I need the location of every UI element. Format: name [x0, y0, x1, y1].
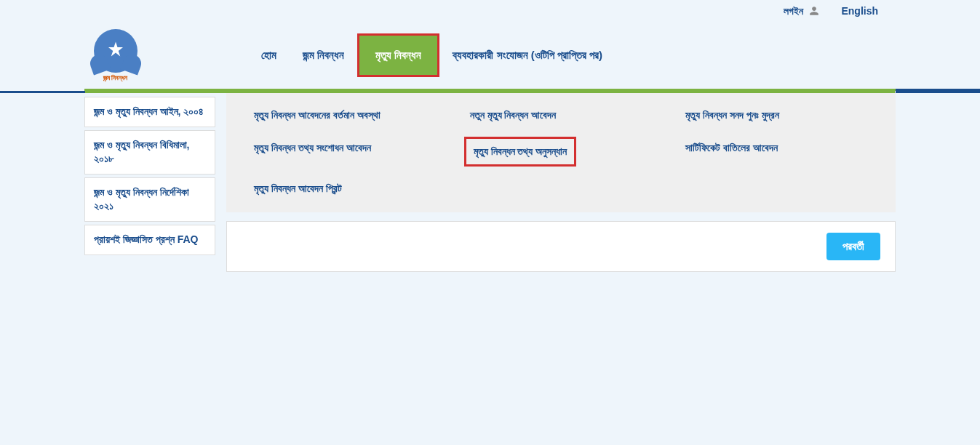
nav-birth[interactable]: জন্ম নিবন্ধন: [290, 40, 357, 71]
nav-death[interactable]: মৃত্যু নিবন্ধন: [357, 33, 439, 77]
dropdown-item-reprint[interactable]: মৃত্যু নিবন্ধন সনদ পুনঃ মুদ্রন: [680, 104, 874, 126]
sidebar-item-faq[interactable]: প্রায়শই জিজ্ঞাসিত প্রশ্ন FAQ: [84, 225, 215, 255]
sidebar-item-rules-2018[interactable]: জন্ম ও মৃত্যু নিবন্ধন বিধিমালা, ২০১৮: [84, 130, 215, 175]
dropdown-item-status[interactable]: মৃত্যু নিবন্ধন আবেদনের বর্তমান অবস্থা: [248, 104, 442, 126]
logo[interactable]: জন্ম নিবন্ধন: [84, 25, 146, 87]
content: মৃত্যু নিবন্ধন আবেদনের বর্তমান অবস্থা নত…: [226, 91, 896, 272]
nav-home[interactable]: হোম: [248, 40, 290, 71]
dropdown-panel: মৃত্যু নিবন্ধন আবেদনের বর্তমান অবস্থা নত…: [226, 91, 896, 212]
login-link[interactable]: লগইন: [784, 5, 819, 17]
next-button[interactable]: পরবর্তী: [826, 233, 880, 260]
dropdown-item-cancel-cert[interactable]: সার্টিফিকেট বাতিলের আবেদন: [680, 137, 874, 166]
dropdown-item-correction[interactable]: মৃত্যু নিবন্ধন তথ্য সংশোধন আবেদন: [248, 137, 442, 166]
main-nav: হোম জন্ম নিবন্ধন মৃত্যু নিবন্ধন ব্যবহারক…: [248, 33, 616, 77]
header: জন্ম নিবন্ধন হোম জন্ম নিবন্ধন মৃত্যু নিব…: [84, 22, 896, 91]
sidebar: জন্ম ও মৃত্যু নিবন্ধন আইন, ২০০৪ জন্ম ও ম…: [84, 91, 215, 272]
dropdown-item-print[interactable]: মৃত্যু নিবন্ধন আবেদন প্রিন্ট: [248, 177, 442, 199]
dropdown-item-search[interactable]: মৃত্যু নিবন্ধন তথ্য অনুসন্ধান: [464, 137, 577, 166]
sidebar-item-guidelines-2021[interactable]: জন্ম ও মৃত্যু নিবন্ধন নির্দেশিকা ২০২১: [84, 177, 215, 222]
sidebar-item-law-2004[interactable]: জন্ম ও মৃত্যু নিবন্ধন আইন, ২০০৪: [84, 97, 215, 127]
user-icon: [809, 6, 819, 16]
logo-icon: [94, 29, 138, 73]
nav-user[interactable]: ব্যবহারকারী সংযোজন (ওটিপি প্রাপ্তির পর): [439, 40, 616, 71]
action-row: পরবর্তী: [226, 221, 896, 272]
language-link[interactable]: English: [841, 5, 878, 17]
top-bar: লগইন English: [0, 0, 980, 22]
login-label: লগইন: [784, 5, 803, 17]
dropdown-item-new-application[interactable]: নতুন মৃত্যু নিবন্ধন আবেদন: [464, 104, 658, 126]
